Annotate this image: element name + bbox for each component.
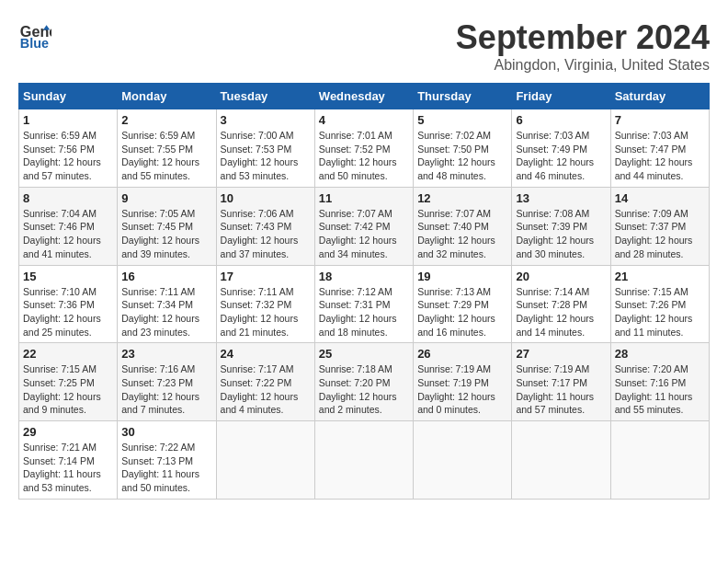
calendar-cell [610, 421, 709, 500]
day-number: 4 [319, 113, 409, 127]
logo: General Blue [18, 18, 55, 52]
day-number: 26 [417, 347, 507, 361]
col-sunday: Sunday [19, 84, 118, 109]
day-info: Sunrise: 7:03 AM Sunset: 7:47 PM Dayligh… [615, 129, 705, 183]
day-number: 20 [516, 270, 606, 283]
day-info: Sunrise: 7:09 AM Sunset: 7:37 PM Dayligh… [615, 207, 705, 261]
day-info: Sunrise: 7:14 AM Sunset: 7:28 PM Dayligh… [516, 285, 606, 339]
day-number: 25 [319, 347, 409, 361]
calendar-cell: 16Sunrise: 7:11 AM Sunset: 7:34 PM Dayli… [118, 265, 216, 343]
day-number: 6 [516, 113, 606, 127]
calendar-cell: 3Sunrise: 7:00 AM Sunset: 7:53 PM Daylig… [216, 109, 314, 188]
day-info: Sunrise: 7:13 AM Sunset: 7:29 PM Dayligh… [417, 285, 507, 339]
calendar-cell: 17Sunrise: 7:11 AM Sunset: 7:32 PM Dayli… [216, 265, 314, 343]
day-info: Sunrise: 7:12 AM Sunset: 7:31 PM Dayligh… [319, 285, 409, 339]
calendar-row: 1Sunrise: 6:59 AM Sunset: 7:56 PM Daylig… [19, 109, 710, 188]
day-info: Sunrise: 7:11 AM Sunset: 7:32 PM Dayligh… [221, 285, 311, 339]
day-number: 15 [23, 270, 113, 283]
day-info: Sunrise: 7:17 AM Sunset: 7:22 PM Dayligh… [221, 362, 311, 417]
calendar-table: Sunday Monday Tuesday Wednesday Thursday… [18, 83, 710, 500]
calendar-cell: 29Sunrise: 7:21 AM Sunset: 7:14 PM Dayli… [19, 421, 118, 500]
calendar-cell: 22Sunrise: 7:15 AM Sunset: 7:25 PM Dayli… [19, 343, 118, 421]
day-info: Sunrise: 7:11 AM Sunset: 7:34 PM Dayligh… [121, 285, 211, 339]
calendar-cell: 28Sunrise: 7:20 AM Sunset: 7:16 PM Dayli… [610, 343, 709, 421]
day-info: Sunrise: 6:59 AM Sunset: 7:55 PM Dayligh… [121, 129, 211, 183]
day-info: Sunrise: 7:04 AM Sunset: 7:46 PM Dayligh… [23, 207, 113, 261]
calendar-cell: 24Sunrise: 7:17 AM Sunset: 7:22 PM Dayli… [216, 343, 314, 421]
svg-text:Blue: Blue [20, 36, 49, 51]
day-number: 23 [121, 347, 211, 361]
calendar-cell: 26Sunrise: 7:19 AM Sunset: 7:19 PM Dayli… [414, 343, 512, 421]
calendar-cell: 5Sunrise: 7:02 AM Sunset: 7:50 PM Daylig… [414, 109, 512, 188]
day-info: Sunrise: 7:20 AM Sunset: 7:16 PM Dayligh… [615, 362, 705, 417]
day-number: 14 [615, 191, 705, 205]
day-number: 19 [417, 270, 507, 283]
day-number: 18 [319, 270, 409, 283]
col-monday: Monday [118, 84, 216, 109]
day-info: Sunrise: 7:19 AM Sunset: 7:19 PM Dayligh… [417, 362, 507, 417]
calendar-cell: 10Sunrise: 7:06 AM Sunset: 7:43 PM Dayli… [216, 187, 314, 265]
calendar-cell: 2Sunrise: 6:59 AM Sunset: 7:55 PM Daylig… [118, 109, 216, 188]
calendar-cell [414, 421, 512, 500]
day-number: 9 [121, 191, 211, 205]
day-info: Sunrise: 7:19 AM Sunset: 7:17 PM Dayligh… [516, 362, 606, 417]
calendar-row: 8Sunrise: 7:04 AM Sunset: 7:46 PM Daylig… [19, 187, 710, 265]
calendar-row: 29Sunrise: 7:21 AM Sunset: 7:14 PM Dayli… [19, 421, 710, 500]
col-saturday: Saturday [610, 84, 709, 109]
day-number: 1 [23, 113, 113, 127]
calendar-cell: 18Sunrise: 7:12 AM Sunset: 7:31 PM Dayli… [314, 265, 413, 343]
calendar-cell: 20Sunrise: 7:14 AM Sunset: 7:28 PM Dayli… [512, 265, 610, 343]
calendar-cell [512, 421, 610, 500]
col-friday: Friday [512, 84, 610, 109]
day-info: Sunrise: 7:15 AM Sunset: 7:25 PM Dayligh… [23, 362, 113, 417]
calendar-cell: 27Sunrise: 7:19 AM Sunset: 7:17 PM Dayli… [512, 343, 610, 421]
calendar-cell: 14Sunrise: 7:09 AM Sunset: 7:37 PM Dayli… [610, 187, 709, 265]
day-number: 13 [516, 191, 606, 205]
calendar-cell: 19Sunrise: 7:13 AM Sunset: 7:29 PM Dayli… [414, 265, 512, 343]
calendar-cell: 25Sunrise: 7:18 AM Sunset: 7:20 PM Dayli… [314, 343, 413, 421]
day-number: 7 [615, 113, 705, 127]
day-number: 27 [516, 347, 606, 361]
day-number: 3 [221, 113, 311, 127]
calendar-cell: 12Sunrise: 7:07 AM Sunset: 7:40 PM Dayli… [414, 187, 512, 265]
day-number: 10 [221, 191, 311, 205]
day-info: Sunrise: 7:07 AM Sunset: 7:40 PM Dayligh… [417, 207, 507, 261]
day-number: 17 [221, 270, 311, 283]
calendar-cell: 13Sunrise: 7:08 AM Sunset: 7:39 PM Dayli… [512, 187, 610, 265]
day-info: Sunrise: 7:18 AM Sunset: 7:20 PM Dayligh… [319, 362, 409, 417]
calendar-row: 22Sunrise: 7:15 AM Sunset: 7:25 PM Dayli… [19, 343, 710, 421]
day-info: Sunrise: 7:03 AM Sunset: 7:49 PM Dayligh… [516, 129, 606, 183]
day-number: 22 [23, 347, 113, 361]
day-number: 2 [121, 113, 211, 127]
day-number: 8 [23, 191, 113, 205]
day-info: Sunrise: 7:05 AM Sunset: 7:45 PM Dayligh… [121, 207, 211, 261]
calendar-cell: 8Sunrise: 7:04 AM Sunset: 7:46 PM Daylig… [19, 187, 118, 265]
col-wednesday: Wednesday [314, 84, 413, 109]
day-number: 12 [417, 191, 507, 205]
day-info: Sunrise: 7:02 AM Sunset: 7:50 PM Dayligh… [417, 129, 507, 183]
col-tuesday: Tuesday [216, 84, 314, 109]
calendar-body: 1Sunrise: 6:59 AM Sunset: 7:56 PM Daylig… [19, 109, 710, 500]
day-number: 28 [615, 347, 705, 361]
day-number: 11 [319, 191, 409, 205]
day-info: Sunrise: 7:00 AM Sunset: 7:53 PM Dayligh… [221, 129, 311, 183]
calendar-cell: 23Sunrise: 7:16 AM Sunset: 7:23 PM Dayli… [118, 343, 216, 421]
day-info: Sunrise: 7:21 AM Sunset: 7:14 PM Dayligh… [23, 441, 113, 495]
day-info: Sunrise: 7:16 AM Sunset: 7:23 PM Dayligh… [121, 362, 211, 417]
day-info: Sunrise: 7:06 AM Sunset: 7:43 PM Dayligh… [221, 207, 311, 261]
day-info: Sunrise: 7:10 AM Sunset: 7:36 PM Dayligh… [23, 285, 113, 339]
month-title: September 2024 [456, 18, 710, 57]
day-info: Sunrise: 6:59 AM Sunset: 7:56 PM Dayligh… [23, 129, 113, 183]
calendar-header-row: Sunday Monday Tuesday Wednesday Thursday… [19, 84, 710, 109]
calendar-cell: 15Sunrise: 7:10 AM Sunset: 7:36 PM Dayli… [19, 265, 118, 343]
calendar-cell: 7Sunrise: 7:03 AM Sunset: 7:47 PM Daylig… [610, 109, 709, 188]
calendar-cell: 30Sunrise: 7:22 AM Sunset: 7:13 PM Dayli… [118, 421, 216, 500]
day-info: Sunrise: 7:07 AM Sunset: 7:42 PM Dayligh… [319, 207, 409, 261]
calendar-cell [216, 421, 314, 500]
calendar-cell: 1Sunrise: 6:59 AM Sunset: 7:56 PM Daylig… [19, 109, 118, 188]
calendar-cell: 4Sunrise: 7:01 AM Sunset: 7:52 PM Daylig… [314, 109, 413, 188]
day-info: Sunrise: 7:22 AM Sunset: 7:13 PM Dayligh… [121, 441, 211, 495]
title-block: September 2024 Abingdon, Virginia, Unite… [456, 18, 710, 74]
day-number: 29 [23, 425, 113, 439]
day-number: 30 [121, 425, 211, 439]
